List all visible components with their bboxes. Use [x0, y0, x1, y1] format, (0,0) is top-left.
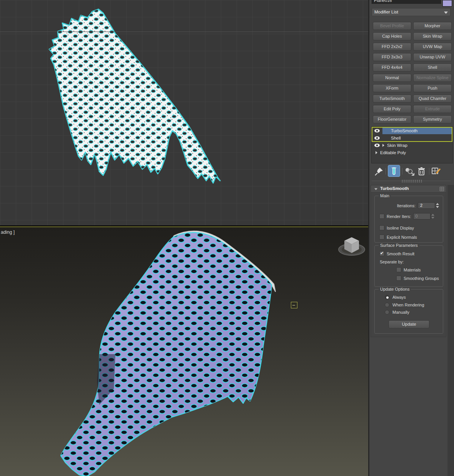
modifier-list-dropdown[interactable]: Modifier List: [372, 8, 451, 16]
modifier-stack: TurboSmooth Shell Skin Wrap Editable Pol…: [371, 126, 453, 163]
make-unique-button[interactable]: [404, 166, 415, 176]
modifier-button-ffd-3x3x3[interactable]: FFD 3x3x3: [373, 53, 411, 61]
group-main-label: Main: [379, 193, 391, 198]
render-iters-checkbox[interactable]: [379, 214, 384, 219]
object-color-swatch[interactable]: [442, 0, 452, 7]
rollout-title: TurboSmooth: [380, 186, 409, 191]
show-end-result-button[interactable]: [388, 165, 400, 177]
modifier-button-uvw-map[interactable]: UVW Map: [413, 43, 452, 51]
modifier-button-unwrap-uvw[interactable]: Unwrap UVW: [413, 53, 452, 61]
group-surface-label: Surface Parameters: [379, 243, 419, 248]
manually-radio[interactable]: [385, 310, 389, 315]
bottom-viewport-mesh[interactable]: [0, 227, 368, 476]
modifier-button-normal[interactable]: Normal: [373, 74, 411, 82]
turbosmooth-rollout: TurboSmooth Main Iterations: 2 Render It…: [371, 185, 446, 337]
modifier-button-turbosmooth[interactable]: TurboSmooth: [373, 95, 411, 103]
object-name-text: Plane016: [372, 0, 441, 3]
always-radio[interactable]: [385, 295, 389, 300]
modifier-button-grid: Bevel Profile Morpher Cap Holes Skin Wra…: [373, 22, 452, 123]
rollout-menu-icon[interactable]: [440, 187, 444, 191]
modifier-button-morpher[interactable]: Morpher: [413, 22, 452, 30]
modifier-button-cap-holes[interactable]: Cap Holes: [373, 32, 411, 40]
smooth-result-label: Smooth Result: [387, 251, 414, 256]
group-update-label: Update Options: [379, 287, 411, 291]
viewcube[interactable]: [337, 231, 366, 260]
when-rendering-radio[interactable]: [385, 303, 389, 307]
stack-row-shell[interactable]: Shell: [372, 134, 452, 141]
eye-icon[interactable]: [372, 143, 382, 147]
always-label: Always: [392, 295, 406, 300]
stack-item-label: Editable Poly: [377, 150, 406, 155]
stack-item-label: Skin Wrap: [384, 143, 407, 148]
test-tube-icon: [391, 167, 397, 175]
modifier-button-extrude: Extrude: [413, 105, 452, 113]
render-iters-label: Render Iters:: [387, 214, 411, 219]
modifier-button-quad-chamfer[interactable]: Quad Chamfer: [413, 95, 452, 103]
spinner-arrows[interactable]: [436, 202, 441, 209]
explicit-normals-label: Explicit Normals: [387, 235, 417, 240]
smoothing-groups-label: Smoothing Groups: [404, 276, 439, 281]
toolbar-separator: [386, 168, 386, 175]
stack-row-turbosmooth[interactable]: TurboSmooth: [372, 127, 452, 134]
modifier-button-ffd-2x2x2[interactable]: FFD 2x2x2: [373, 43, 411, 51]
panel-scroll-gutter[interactable]: [447, 185, 454, 476]
when-rendering-label: When Rendering: [392, 303, 424, 307]
isoline-display-label: Isoline Display: [387, 226, 414, 230]
helper-selection-marker[interactable]: [291, 302, 297, 308]
smooth-result-checkbox[interactable]: [379, 251, 384, 256]
modifier-list-label: Modifier List: [374, 10, 398, 14]
top-viewport-mesh[interactable]: [0, 0, 368, 225]
stack-toolbar: [369, 165, 454, 178]
viewport-top[interactable]: [0, 0, 368, 225]
modifier-button-skin-wrap[interactable]: Skin Wrap: [413, 32, 452, 40]
spinner-arrows: [431, 213, 436, 220]
update-button[interactable]: Update: [389, 320, 429, 328]
command-panel: Plane016 Modifier List Bevel Profile Mor…: [368, 0, 454, 476]
group-update-options: Update Options Always When Rendering Man…: [374, 289, 443, 334]
explicit-normals-checkbox[interactable]: [379, 235, 384, 240]
eye-icon[interactable]: [372, 129, 382, 133]
spinner-down-icon: [431, 217, 434, 219]
modifier-button-symmetry[interactable]: Symmetry: [413, 115, 452, 123]
object-name-field[interactable]: Plane016: [372, 0, 441, 4]
modifier-button-normalize-spline: Normalize Spline: [413, 74, 452, 82]
iterations-label: Iterations:: [397, 203, 416, 208]
remove-modifier-button[interactable]: [417, 166, 427, 176]
iterations-spinner[interactable]: 2: [418, 202, 435, 209]
stack-item-label: TurboSmooth: [382, 128, 417, 133]
materials-checkbox[interactable]: [396, 267, 401, 272]
configure-modifier-sets-button[interactable]: [431, 166, 442, 176]
spinner-down-icon[interactable]: [436, 206, 439, 208]
modifier-button-edit-poly[interactable]: Edit Poly: [373, 105, 411, 113]
stack-row-skin-wrap[interactable]: Skin Wrap: [372, 141, 452, 149]
toolbar-separator: [429, 168, 429, 175]
spinner-up-icon[interactable]: [436, 203, 439, 205]
spinner-up-icon: [431, 214, 434, 216]
group-main: Main Iterations: 2 Render Iters: 0 Isoli…: [374, 196, 443, 243]
separate-by-label: Separate by:: [380, 260, 404, 264]
stack-row-editable-poly[interactable]: Editable Poly: [372, 149, 452, 156]
modifier-button-floorgenerator[interactable]: FloorGenerator: [373, 115, 411, 123]
viewport-shading-label[interactable]: ading ]: [1, 230, 15, 235]
modifier-button-ffd-4x4x4[interactable]: FFD 4x4x4: [373, 63, 411, 72]
modifier-button-xform[interactable]: XForm: [373, 84, 411, 92]
stack-item-label: Shell: [382, 136, 401, 140]
panel-splitter-grip[interactable]: [401, 179, 422, 183]
smoothing-groups-checkbox[interactable]: [396, 276, 401, 281]
rollout-header[interactable]: TurboSmooth: [371, 185, 446, 193]
isoline-display-checkbox[interactable]: [379, 225, 384, 230]
modifier-button-shell[interactable]: Shell: [413, 63, 452, 72]
pin-stack-button[interactable]: [374, 166, 384, 176]
render-iters-spinner: 0: [413, 213, 431, 220]
grid-major-line: [0, 32, 368, 32]
chevron-down-icon: [374, 188, 377, 190]
group-surface-parameters: Surface Parameters Smooth Result Separat…: [374, 245, 443, 287]
toolbar-separator: [402, 168, 402, 175]
modifier-button-push[interactable]: Push: [413, 84, 452, 92]
eye-icon[interactable]: [372, 136, 382, 140]
chevron-down-icon: [444, 12, 448, 14]
viewport-bottom[interactable]: ading ]: [0, 227, 368, 476]
manually-label: Manually: [392, 310, 409, 315]
marker-dash: [292, 305, 295, 306]
modifier-button-bevel-profile: Bevel Profile: [373, 22, 411, 30]
